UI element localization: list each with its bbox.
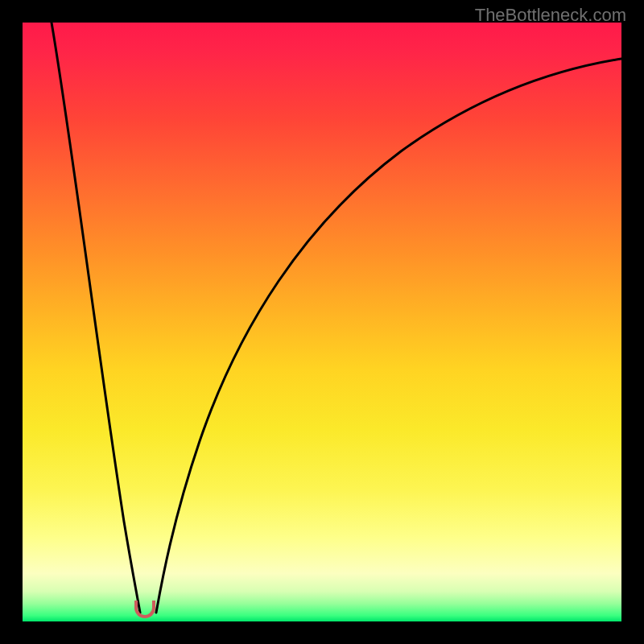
curve-left-branch (52, 23, 140, 613)
curve-right-branch (156, 59, 621, 613)
watermark-text: TheBottleneck.com (475, 5, 626, 26)
plot-area (23, 23, 621, 621)
chart-curves (23, 23, 621, 621)
